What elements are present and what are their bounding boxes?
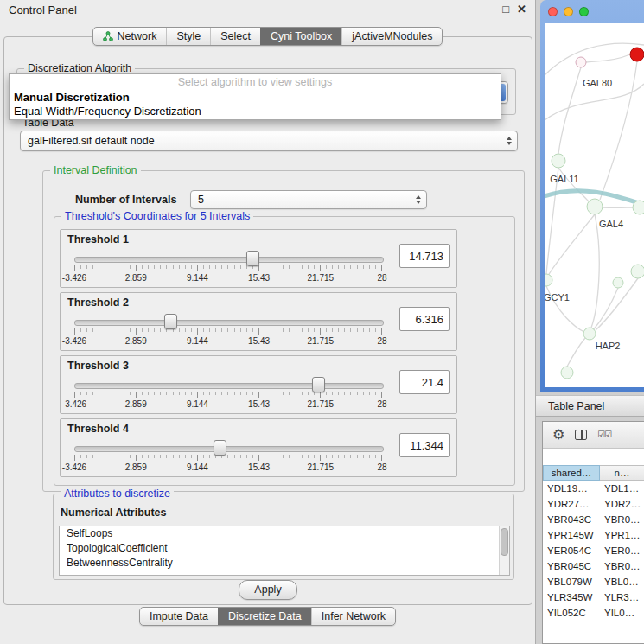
- node-gal11[interactable]: [552, 154, 565, 168]
- slider-thumb[interactable]: [312, 377, 325, 392]
- cell-name[interactable]: YBL0…: [600, 574, 644, 590]
- threshold-2-value[interactable]: 6.316: [399, 307, 450, 331]
- column-header-name[interactable]: n…: [600, 465, 644, 481]
- node-gal80[interactable]: [576, 57, 586, 67]
- table-data-combobox[interactable]: galFiltered.sif default node: [20, 131, 518, 151]
- slider-track[interactable]: [74, 257, 384, 263]
- slider-thumb[interactable]: [246, 251, 259, 266]
- cell-name[interactable]: YBR0…: [600, 512, 644, 527]
- tick-label: -3.426: [62, 399, 86, 409]
- cell-shared-name[interactable]: YBL079W: [543, 574, 600, 590]
- threshold-1-slider[interactable]: -3.426 2.859 9.144 15.43 21.715 28: [74, 251, 382, 285]
- cell-name[interactable]: YDR2…: [600, 496, 644, 512]
- network-view-window: GAL80 GAL11 GAL4 GCY1 HAP2: [540, 0, 644, 392]
- node[interactable]: [631, 265, 644, 278]
- combobox-stepper-icon[interactable]: [416, 195, 421, 204]
- tab-cyni-toolbox[interactable]: Cyni Toolbox: [260, 28, 341, 45]
- tab-infer-network[interactable]: Infer Network: [311, 608, 395, 625]
- cell-name[interactable]: YLR3…: [600, 590, 644, 605]
- tab-network[interactable]: Network: [93, 28, 167, 45]
- tick-label: 28: [377, 399, 386, 409]
- tab-style[interactable]: Style: [166, 28, 210, 45]
- cell-name[interactable]: YDL1…: [600, 481, 644, 496]
- table-row[interactable]: YLR345WYLR3…: [543, 590, 644, 605]
- threshold-3-slider[interactable]: -3.426 2.859 9.144 15.43 21.715 28: [74, 377, 382, 411]
- number-of-intervals-label: Number of Intervals: [75, 194, 176, 206]
- cell-shared-name[interactable]: YER054C: [543, 543, 600, 558]
- slider-thumb[interactable]: [214, 440, 226, 456]
- cell-name[interactable]: YIL0…: [600, 605, 644, 621]
- slider-track[interactable]: [74, 446, 384, 452]
- zoom-traffic-light-icon[interactable]: [579, 7, 589, 16]
- node-hap2[interactable]: [583, 328, 596, 340]
- minimize-traffic-light-icon[interactable]: [564, 7, 573, 16]
- dropdown-option-manual-discretization[interactable]: Manual Discretization: [10, 90, 501, 104]
- node-label-gal11: GAL11: [550, 174, 578, 184]
- columns-icon[interactable]: [575, 430, 587, 440]
- cell-shared-name[interactable]: YBR045C: [543, 558, 600, 574]
- dropdown-option-equal-width[interactable]: Equal Width/Frequency Discretization: [10, 104, 501, 118]
- cell-shared-name[interactable]: YBR043C: [543, 512, 600, 527]
- scrollbar-thumb[interactable]: [501, 528, 508, 556]
- list-item[interactable]: TopologicalCoefficient: [60, 541, 509, 556]
- cell-shared-name[interactable]: YDR27…: [543, 496, 600, 512]
- node-gal4[interactable]: [587, 199, 603, 214]
- table-row[interactable]: YBR045CYBR0…: [543, 558, 644, 574]
- node[interactable]: [633, 201, 644, 214]
- cyni-toolbox-panel: Discretization Algorith Table Data galFi…: [3, 36, 532, 605]
- threshold-2-slider[interactable]: -3.426 2.859 9.144 15.43 21.715 28: [74, 314, 382, 348]
- list-item[interactable]: BetweennessCentrality: [60, 556, 509, 571]
- close-traffic-light-icon[interactable]: [548, 7, 558, 16]
- gear-icon[interactable]: ⚙: [552, 428, 564, 442]
- threshold-4-slider[interactable]: -3.426 2.859 9.144 15.43 21.715 28: [74, 440, 382, 475]
- cell-shared-name[interactable]: YDL19…: [543, 481, 600, 496]
- table-row[interactable]: YPR145WYPR1…: [543, 527, 644, 543]
- list-item[interactable]: SelfLoops: [60, 526, 509, 541]
- combobox-stepper-icon[interactable]: [507, 137, 512, 145]
- selected-node[interactable]: [630, 48, 644, 61]
- number-of-intervals-combobox[interactable]: 5: [190, 190, 427, 209]
- numerical-attributes-list[interactable]: SelfLoops TopologicalCoefficient Between…: [59, 526, 510, 576]
- node-gcy1[interactable]: [545, 274, 552, 286]
- tab-jactivemnodules[interactable]: jActiveMNodules: [341, 28, 442, 45]
- float-window-icon[interactable]: □: [502, 0, 509, 19]
- tick-label: 21.715: [308, 462, 335, 472]
- threshold-3-value[interactable]: 21.4: [399, 370, 450, 394]
- cell-shared-name[interactable]: YPR145W: [543, 527, 600, 543]
- table-row[interactable]: YDR27…YDR2…: [543, 496, 644, 512]
- table-row[interactable]: YBL079WYBL0…: [543, 574, 644, 590]
- cell-shared-name[interactable]: YLR345W: [543, 590, 600, 605]
- cell-shared-name[interactable]: YIL052C: [543, 605, 600, 621]
- table-row[interactable]: YBR043CYBR0…: [543, 512, 644, 527]
- list-scrollbar[interactable]: [499, 526, 509, 575]
- slider-tick-labels: -3.426 2.859 9.144 15.43 21.715 28: [74, 273, 382, 284]
- slider-track[interactable]: [74, 320, 384, 326]
- cyni-mode-tab-group: Impute Data Discretize Data Infer Networ…: [139, 607, 396, 626]
- slider-thumb[interactable]: [164, 314, 177, 329]
- tab-discretize-data[interactable]: Discretize Data: [218, 608, 311, 625]
- tab-impute-data[interactable]: Impute Data: [140, 608, 218, 625]
- network-graph: GAL80 GAL11 GAL4 GCY1 HAP2: [545, 23, 644, 387]
- table-row[interactable]: YIL052CYIL0…: [543, 605, 644, 621]
- cell-name[interactable]: YPR1…: [600, 527, 644, 543]
- tick-label: 9.144: [187, 273, 208, 283]
- slider-tick-labels: -3.426 2.859 9.144 15.43 21.715 28: [74, 462, 382, 473]
- tab-select[interactable]: Select: [210, 28, 260, 45]
- select-columns-icon[interactable]: ☑☑: [597, 430, 611, 439]
- close-icon[interactable]: ✕: [517, 0, 526, 19]
- threshold-1-value[interactable]: 14.713: [399, 244, 450, 268]
- threshold-panel-2: Threshold 2 -3.426 2.859 9.144 15.43 21.…: [60, 292, 457, 351]
- node[interactable]: [561, 367, 573, 379]
- cell-name[interactable]: YER0…: [600, 543, 644, 558]
- apply-button[interactable]: Apply: [239, 580, 297, 600]
- table-row[interactable]: YER054CYER0…: [543, 543, 644, 558]
- table-row[interactable]: YDL19…YDL1…: [543, 481, 644, 496]
- node[interactable]: [613, 277, 623, 288]
- thresholds-group-label: Threshold's Coordinates for 5 Intervals: [61, 210, 253, 222]
- cell-name[interactable]: YBR0…: [600, 558, 644, 574]
- slider-track[interactable]: [74, 383, 384, 389]
- network-canvas[interactable]: GAL80 GAL11 GAL4 GCY1 HAP2: [545, 23, 644, 387]
- column-header-shared-name[interactable]: shared…: [543, 465, 600, 481]
- threshold-4-value[interactable]: 11.344: [399, 433, 450, 457]
- tick-label: 2.859: [125, 273, 147, 283]
